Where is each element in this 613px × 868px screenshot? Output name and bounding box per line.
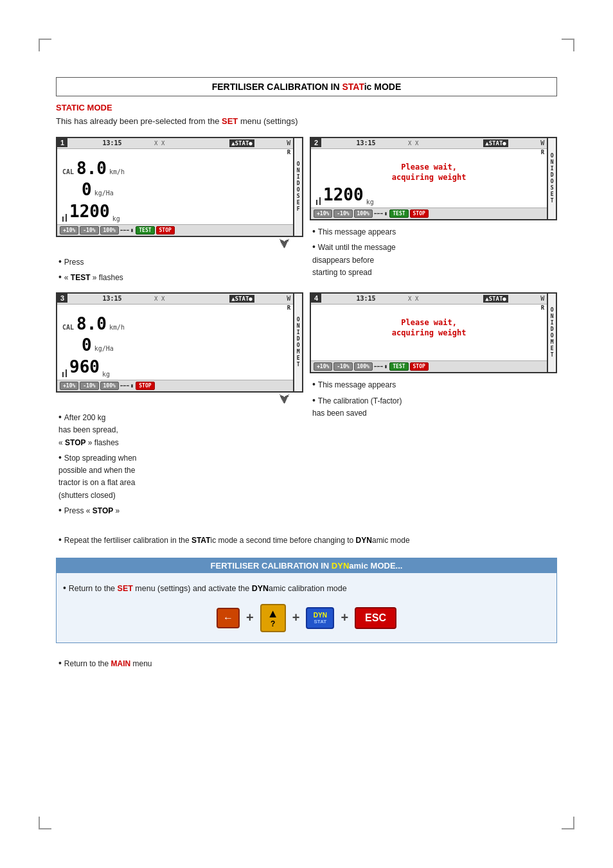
page-content: FERTILISER CALIBRATION IN STATic MODE ST… — [56, 0, 557, 670]
screen-num-3: 3 — [57, 294, 67, 303]
lcd-side-4: O N I D O M E T — [548, 292, 557, 374]
bullet-3-3: Press « STOP » — [58, 503, 303, 517]
screen-block-2: 2 13:15 X X ▲STAT● W R Please wa — [310, 137, 557, 286]
intro-text: This has already been pre-selected from … — [56, 115, 557, 128]
title-box: FERTILISER CALIBRATION IN STATic MODE — [56, 77, 557, 96]
warning-button[interactable]: ▲ ? — [260, 604, 286, 632]
repeat-note-list: Repeat the fertiliser calibration in the… — [56, 529, 557, 547]
screen-num-1: 1 — [57, 138, 67, 147]
stat-label: STAT — [314, 619, 327, 624]
return-note-item: Return to the MAIN menu — [58, 656, 557, 670]
lcd-wrapper-4: 4 13:15 X X ▲STAT● W R Please wa — [310, 292, 557, 374]
lcd-screen-4: 4 13:15 X X ▲STAT● W R Please wa — [310, 292, 548, 374]
lcd-top-bar-3: 13:15 X X ▲STAT● W — [57, 294, 293, 305]
dyn-stat-button[interactable]: DYN STAT — [306, 607, 334, 629]
spread-icon-1 — [62, 214, 67, 222]
stat-icon-1: ▲STAT● — [229, 139, 254, 147]
bullet-1-1: Press — [58, 254, 303, 269]
lcd-btn-bar-3: +10% -10% 100% ⬅⬅➡ ▮ STOP — [57, 380, 293, 391]
button-row: ← + ▲ ? + DYN STAT + ESC — [63, 598, 550, 639]
plus-2: + — [292, 610, 300, 625]
arrow-1: ⮟ — [56, 237, 303, 251]
screen-block-3: 3 13:15 X X ▲STAT● W R CAL — [56, 292, 303, 519]
lcd-btn-bar-2: +10% -10% 100% ⬅⬅➡ ▮ TEST STOP — [311, 208, 547, 219]
bullet-3-1: After 200 kghas been spread,« STOP » fla… — [58, 410, 303, 449]
spread-icon-3 — [62, 369, 67, 377]
bullet-4-2: The calibration (T-factor)has been saved — [312, 393, 557, 420]
corner-mark-bl — [39, 817, 51, 829]
repeat-note-item: Repeat the fertiliser calibration in the… — [58, 533, 557, 547]
lcd-side-1: O N I D O S E F — [294, 137, 303, 237]
screen-num-2: 2 — [311, 138, 321, 147]
return-note-list: Return to the MAIN menu — [56, 652, 557, 670]
lcd-wrapper-1: 1 13:15 X X ▲STAT● W R CAL — [56, 137, 303, 237]
screens-grid: 1 13:15 X X ▲STAT● W R CAL — [56, 137, 557, 519]
lcd-msg-2: Please wait, acquiring weight — [316, 158, 542, 185]
bullet-2-1: This message appears — [312, 224, 557, 238]
bullets-3: After 200 kghas been spread,« STOP » fla… — [56, 406, 303, 518]
screen-block-1: 1 13:15 X X ▲STAT● W R CAL — [56, 137, 303, 286]
lcd-top-bar-1: 13:15 X X ▲STAT● W — [57, 138, 293, 149]
corner-mark-tr — [562, 39, 574, 51]
dyn-highlight: DYN — [332, 561, 349, 571]
lcd-body-3: CAL 8.0 km/h 0 kg/Ha — [57, 311, 293, 380]
corner-mark-tl — [39, 39, 51, 51]
page-title: FERTILISER CALIBRATION IN STATic MODE — [212, 82, 402, 92]
bullet-2-2: Wait until the messagedisappears befores… — [312, 240, 557, 279]
screen-block-4: 4 13:15 X X ▲STAT● W R Please wa — [310, 292, 557, 519]
section-heading: STATIC MODE — [56, 103, 557, 112]
lcd-side-3: O N I D O M E T — [294, 292, 303, 393]
arrow-3: ⮟ — [56, 393, 303, 406]
back-button[interactable]: ← — [217, 608, 240, 628]
esc-button[interactable]: ESC — [355, 607, 396, 629]
screen-num-4: 4 — [311, 294, 321, 303]
lcd-time-1: 13:15 — [102, 139, 121, 146]
lcd-side-2: O N I D O S E T — [548, 137, 557, 220]
dyn-title: FERTILISER CALIBRATION IN DYNamic MODE..… — [57, 558, 556, 573]
bullets-1: Press « TEST » flashes — [56, 251, 303, 286]
lcd-screen-1: 1 13:15 X X ▲STAT● W R CAL — [56, 137, 294, 237]
bullet-3-2: Stop spreading whenpossible and when the… — [58, 450, 303, 502]
lcd-body-1: CAL 8.0 km/h 0 kg/Ha — [57, 155, 293, 224]
plus-3: + — [341, 610, 348, 625]
dyn-box: FERTILISER CALIBRATION IN DYNamic MODE..… — [56, 558, 557, 643]
lcd-body-4: Please wait, acquiring weight — [311, 311, 547, 361]
plus-1: + — [246, 610, 254, 625]
dyn-bullet-1: Return to the SET menu (settings) and ac… — [63, 581, 550, 595]
lcd-top-bar-2: 13:15 X X ▲STAT● W — [311, 138, 547, 149]
bullet-4-1: This message appears — [312, 377, 557, 391]
lcd-wrapper-3: 3 13:15 X X ▲STAT● W R CAL — [56, 292, 303, 393]
corner-mark-br — [562, 817, 574, 829]
lcd-screen-3: 3 13:15 X X ▲STAT● W R CAL — [56, 292, 294, 393]
stat-icon-4: ▲STAT● — [483, 295, 508, 303]
stat-highlight: STAT — [342, 82, 364, 92]
stat-icon-2: ▲STAT● — [483, 139, 508, 147]
lcd-top-bar-4: 13:15 X X ▲STAT● W — [311, 294, 547, 305]
dyn-bullets: Return to the SET menu (settings) and ac… — [63, 578, 550, 598]
r-label-1: R — [287, 149, 290, 155]
stat-icon-3: ▲STAT● — [229, 295, 254, 303]
lcd-screen-2: 2 13:15 X X ▲STAT● W R Please wa — [310, 137, 548, 220]
bullets-2: This message appears Wait until the mess… — [310, 220, 557, 280]
bullets-4: This message appears The calibration (T-… — [310, 373, 557, 421]
lcd-btn-bar-4: +10% -10% 100% ⬅⬅➡ ▮ TEST STOP — [311, 360, 547, 372]
dyn-label: DYN — [314, 612, 327, 619]
spread-icon-2 — [316, 197, 321, 205]
bullet-1-2: « TEST » flashes — [58, 270, 303, 284]
lcd-wrapper-2: 2 13:15 X X ▲STAT● W R Please wa — [310, 137, 557, 220]
lcd-body-2: Please wait, acquiring weight 1200 kg — [311, 155, 547, 208]
lcd-msg-4: Please wait, acquiring weight — [316, 314, 542, 341]
lcd-btn-bar-1: +10% -10% 100% ⬅⬅➡ ▮ TEST STOP — [57, 224, 293, 236]
